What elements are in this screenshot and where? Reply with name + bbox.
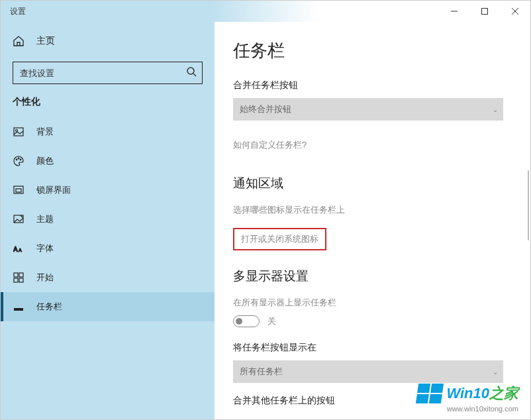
- nav-colors[interactable]: 颜色: [1, 146, 215, 176]
- palette-icon: [13, 155, 24, 167]
- windows-logo-icon: [416, 384, 444, 403]
- home-link[interactable]: 主页: [1, 28, 215, 54]
- dropdown-value: 始终合并按钮: [240, 103, 291, 115]
- nav-label: 任务栏: [36, 301, 62, 313]
- svg-point-7: [16, 130, 18, 132]
- svg-rect-17: [19, 273, 23, 277]
- nav-fonts[interactable]: AA 字体: [1, 234, 215, 263]
- taskbar-icon: [13, 301, 24, 313]
- svg-rect-18: [14, 278, 18, 282]
- sidebar: 主页 个性化 背景 颜色 锁屏界面 主题: [1, 22, 215, 419]
- svg-rect-20: [14, 308, 23, 311]
- nav-items: 背景 颜色 锁屏界面 主题 AA 字体 开始: [1, 117, 215, 321]
- page-title: 任务栏: [233, 39, 509, 62]
- chevron-down-icon: ⌄: [493, 106, 498, 113]
- sidebar-section: 个性化: [1, 96, 215, 117]
- nav-taskbar[interactable]: 任务栏: [1, 292, 215, 321]
- nav-label: 字体: [36, 242, 54, 254]
- minimize-button[interactable]: [439, 1, 469, 22]
- main: 主页 个性化 背景 颜色 锁屏界面 主题: [1, 22, 530, 419]
- svg-point-4: [187, 68, 194, 74]
- dropdown-value: 所有任务栏: [240, 366, 283, 378]
- theme-icon: [13, 213, 24, 225]
- nav-label: 背景: [36, 126, 54, 138]
- system-icons-link[interactable]: 打开或关闭系统图标: [233, 228, 326, 250]
- nav-lockscreen[interactable]: 锁屏界面: [1, 176, 215, 205]
- scrollbar[interactable]: [528, 170, 529, 240]
- content: 任务栏 合并任务栏按钮 始终合并按钮 ⌄ 如何自定义任务栏? 通知区域 选择哪些…: [215, 22, 530, 419]
- close-button[interactable]: [500, 1, 530, 22]
- maximize-button[interactable]: [469, 1, 500, 22]
- svg-rect-19: [19, 278, 23, 282]
- show-all-toggle-row: 关: [233, 315, 509, 327]
- multi-display-head: 多显示器设置: [233, 268, 509, 285]
- nav-label: 锁屏界面: [36, 184, 71, 196]
- notification-head: 通知区域: [233, 175, 509, 192]
- svg-rect-16: [14, 273, 18, 277]
- show-buttons-label: 将任务栏按钮显示在: [233, 342, 509, 354]
- svg-rect-1: [482, 9, 488, 15]
- titlebar: 设置: [1, 1, 530, 22]
- svg-line-5: [193, 74, 196, 76]
- search-icon: [186, 66, 197, 79]
- window-title: 设置: [10, 6, 26, 17]
- chevron-down-icon: ⌄: [493, 368, 498, 376]
- combine-label: 合并任务栏按钮: [233, 79, 509, 91]
- watermark: Win10之家 www.win10xitong.com: [417, 384, 518, 413]
- svg-point-9: [18, 158, 19, 159]
- select-icons-link[interactable]: 选择哪些图标显示在任务栏上: [233, 204, 509, 216]
- svg-text:A: A: [19, 248, 22, 252]
- start-icon: [13, 272, 24, 284]
- show-buttons-dropdown[interactable]: 所有任务栏 ⌄: [233, 360, 503, 383]
- home-label: 主页: [36, 35, 55, 47]
- watermark-brand: Win10之家: [446, 384, 518, 403]
- nav-label: 主题: [36, 213, 54, 225]
- search-input[interactable]: [20, 68, 186, 78]
- lockscreen-icon: [13, 184, 24, 196]
- window-controls: [439, 1, 530, 22]
- home-icon: [13, 35, 24, 47]
- svg-point-10: [20, 159, 21, 160]
- nav-start[interactable]: 开始: [1, 263, 215, 292]
- search-box[interactable]: [13, 62, 203, 84]
- show-all-toggle[interactable]: [233, 315, 260, 327]
- svg-text:A: A: [13, 246, 18, 253]
- nav-label: 开始: [36, 272, 54, 284]
- toggle-off-label: 关: [267, 315, 276, 327]
- svg-rect-12: [16, 189, 21, 192]
- show-all-label: 在所有显示器上显示任务栏: [233, 297, 509, 309]
- customize-link[interactable]: 如何自定义任务栏?: [233, 139, 509, 151]
- watermark-url: www.win10xitong.com: [417, 405, 518, 413]
- svg-point-8: [16, 159, 17, 160]
- nav-themes[interactable]: 主题: [1, 205, 215, 234]
- nav-background[interactable]: 背景: [1, 117, 215, 146]
- image-icon: [13, 126, 24, 138]
- nav-label: 颜色: [36, 155, 54, 167]
- combine-dropdown[interactable]: 始终合并按钮 ⌄: [233, 98, 503, 121]
- font-icon: AA: [13, 242, 24, 254]
